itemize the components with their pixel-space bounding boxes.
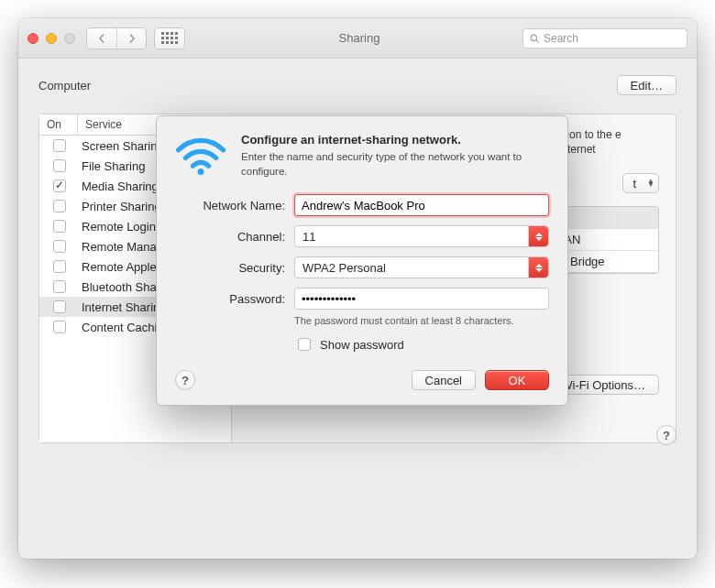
ok-button[interactable]: OK xyxy=(485,370,549,390)
search-placeholder: Search xyxy=(544,32,578,45)
share-from-dropdown[interactable]: t ▲▼ xyxy=(622,173,659,193)
service-label: Remote Login xyxy=(78,220,156,234)
network-name-input[interactable] xyxy=(294,194,549,216)
stepper-icon xyxy=(528,226,548,246)
service-label: File Sharing xyxy=(78,159,145,173)
help-button[interactable]: ? xyxy=(656,425,676,445)
minimize-window-button[interactable] xyxy=(46,33,57,44)
grid-icon xyxy=(161,32,178,44)
password-label: Password: xyxy=(175,292,285,306)
nav-back-button[interactable] xyxy=(87,28,116,49)
service-checkbox[interactable] xyxy=(53,260,66,273)
security-value: WPA2 Personal xyxy=(302,261,386,275)
channel-label: Channel: xyxy=(175,230,285,244)
service-checkbox[interactable] xyxy=(53,240,66,253)
service-checkbox[interactable] xyxy=(53,220,66,233)
search-icon xyxy=(529,33,540,44)
chevron-updown-icon: ▲▼ xyxy=(647,180,654,187)
service-checkbox[interactable] xyxy=(53,159,66,172)
service-checkbox[interactable] xyxy=(53,280,66,293)
preferences-window: Sharing Search Computer Edit… On Service… xyxy=(18,18,697,559)
sheet-title: Configure an internet-sharing network. xyxy=(241,133,549,147)
wifi-options-sheet: Configure an internet-sharing network. E… xyxy=(156,115,568,406)
svg-point-0 xyxy=(531,35,536,40)
show-password-checkbox[interactable] xyxy=(298,338,311,351)
password-hint: The password must contain at least 8 cha… xyxy=(294,315,549,326)
titlebar: Sharing Search xyxy=(18,18,697,59)
share-from-value: t xyxy=(632,177,636,191)
svg-point-2 xyxy=(198,169,204,175)
security-select[interactable]: WPA2 Personal xyxy=(294,256,549,278)
share-info-text: ction to the e Internet xyxy=(558,127,659,157)
col-on: On xyxy=(39,114,78,135)
col-service: Service xyxy=(78,114,129,135)
service-label: Media Sharing xyxy=(78,180,159,193)
service-checkbox[interactable] xyxy=(53,321,66,333)
network-name-label: Network Name: xyxy=(175,199,285,212)
nav-back-forward xyxy=(86,27,147,49)
search-field[interactable]: Search xyxy=(522,28,688,49)
edit-button[interactable]: Edit… xyxy=(617,75,676,95)
window-controls xyxy=(28,33,75,44)
password-input[interactable] xyxy=(294,288,549,310)
window-body: Computer Edit… On Service Screen Sharing… xyxy=(18,59,697,458)
channel-select[interactable]: 11 xyxy=(294,225,549,247)
service-checkbox[interactable] xyxy=(53,200,66,212)
show-all-button[interactable] xyxy=(154,27,185,49)
show-password-label: Show password xyxy=(320,338,404,352)
service-label: Screen Sharing xyxy=(78,139,164,153)
sheet-help-button[interactable]: ? xyxy=(175,370,195,390)
svg-line-1 xyxy=(536,39,539,42)
nav-forward-button[interactable] xyxy=(116,28,146,49)
service-label: Printer Sharing xyxy=(78,200,161,213)
stepper-icon xyxy=(528,257,548,278)
service-label: Internet Sharing xyxy=(78,300,167,314)
close-window-button[interactable] xyxy=(28,33,38,44)
computer-name-label: Computer xyxy=(38,79,91,93)
security-label: Security: xyxy=(175,261,285,275)
zoom-window-button[interactable] xyxy=(64,33,75,44)
window-title: Sharing xyxy=(196,31,522,45)
cancel-button[interactable]: Cancel xyxy=(412,370,476,390)
service-checkbox[interactable] xyxy=(53,139,66,152)
wifi-icon xyxy=(175,133,226,180)
channel-value: 11 xyxy=(302,230,315,244)
service-checkbox[interactable] xyxy=(53,180,66,192)
service-checkbox[interactable] xyxy=(53,300,66,313)
computer-name-row: Computer Edit… xyxy=(38,75,676,95)
sheet-subtitle: Enter the name and security type of the … xyxy=(241,150,549,179)
